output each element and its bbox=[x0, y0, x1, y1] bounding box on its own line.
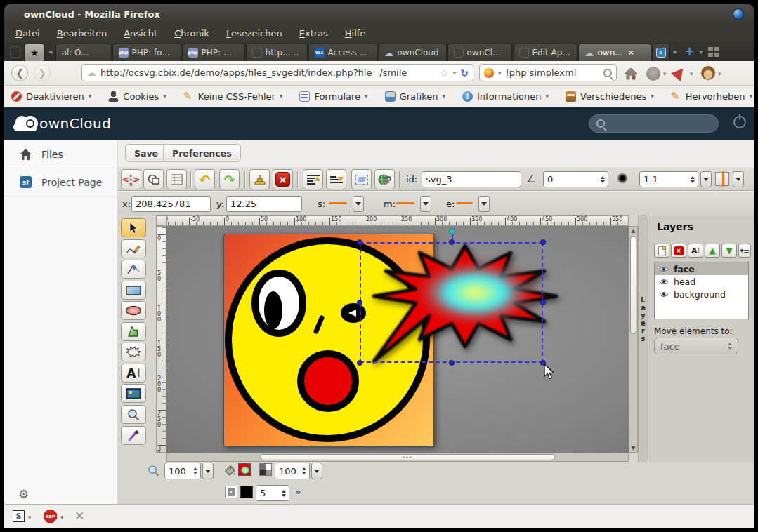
devbar-item-person[interactable]: Cookies▾ bbox=[108, 91, 166, 102]
eye-visibility-icon[interactable] bbox=[659, 291, 669, 298]
forward-button[interactable]: ❯ bbox=[34, 65, 51, 81]
x-input[interactable]: 208.425781 bbox=[131, 196, 211, 212]
layer-down-button[interactable]: ▼ bbox=[721, 244, 737, 258]
stroke-width-input[interactable]: 5 bbox=[256, 485, 289, 501]
home-icon[interactable] bbox=[624, 67, 638, 80]
addon-plane-dropdown-icon[interactable]: ▾ bbox=[690, 70, 693, 77]
rectangle-tool[interactable] bbox=[121, 281, 146, 300]
fill-color-swatch[interactable] bbox=[238, 463, 251, 476]
canvas-vscrollbar[interactable]: ▲ ▼ bbox=[629, 226, 638, 453]
devbar-item-image[interactable]: Grafiken▾ bbox=[385, 91, 445, 102]
blur-dropdown[interactable] bbox=[700, 171, 712, 187]
marker-end-dropdown[interactable] bbox=[478, 196, 490, 212]
bookmark-star-icon[interactable]: ☆ bbox=[440, 67, 449, 79]
eyedropper-tool[interactable] bbox=[121, 426, 146, 445]
noscript-dropdown-icon[interactable]: ▾ bbox=[28, 514, 32, 521]
new-layer-button[interactable] bbox=[654, 244, 669, 258]
make-link-button[interactable] bbox=[374, 169, 395, 189]
selection-handle-nw[interactable] bbox=[357, 239, 362, 245]
eye-visibility-icon[interactable] bbox=[659, 279, 669, 285]
menu-item-chronik[interactable]: Chronik bbox=[174, 28, 209, 39]
sidebar-item-project-page[interactable]: sf Project Page bbox=[4, 168, 117, 197]
marker-mid-dropdown[interactable] bbox=[420, 196, 431, 212]
search-bar[interactable]: ▾ !php simplexml bbox=[479, 64, 617, 81]
stroke-width-spinner[interactable] bbox=[280, 486, 287, 500]
selection-handle-ne[interactable] bbox=[540, 239, 546, 245]
tab-close-icon[interactable]: ✕ bbox=[628, 48, 634, 58]
url-bar[interactable]: ☁ http://ocsvg.cbix.de/demo/apps/files_s… bbox=[81, 64, 473, 81]
blur-spinner[interactable] bbox=[688, 172, 696, 187]
browser-tab[interactable]: ☁own...✕ bbox=[578, 44, 651, 61]
layer-row-face[interactable]: face bbox=[655, 262, 748, 275]
browser-tab[interactable]: W3Access ... bbox=[308, 44, 377, 61]
hscroll-thumb[interactable]: ••• bbox=[260, 454, 555, 460]
stroke-color-swatch[interactable] bbox=[240, 486, 253, 498]
opacity-input[interactable]: 100 bbox=[275, 463, 310, 479]
tab-placeholder-icon[interactable] bbox=[10, 46, 21, 58]
path-tool[interactable] bbox=[121, 322, 146, 341]
menu-item-datei[interactable]: Datei bbox=[15, 28, 40, 39]
logout-power-icon[interactable] bbox=[733, 116, 746, 128]
menu-item-hilfe[interactable]: Hilfe bbox=[345, 28, 366, 39]
text-tool[interactable]: A I bbox=[121, 364, 146, 383]
menu-item-ansicht[interactable]: Ansicht bbox=[124, 28, 157, 39]
selection-bounding-box[interactable] bbox=[360, 242, 543, 363]
noscript-icon[interactable]: S bbox=[13, 510, 25, 522]
addon-monkey-icon[interactable] bbox=[701, 66, 715, 80]
selection-handle-w[interactable] bbox=[357, 300, 362, 305]
devbar-item-box[interactable]: Verschiedenes▾ bbox=[566, 91, 654, 102]
back-button[interactable]: ❮ bbox=[11, 65, 28, 81]
pencil-tool[interactable] bbox=[121, 239, 146, 258]
sidebar-item-files[interactable]: Files bbox=[4, 140, 117, 168]
browser-tab[interactable]: http...php bbox=[246, 44, 308, 61]
tab-groups-icon[interactable] bbox=[708, 47, 719, 57]
selection-handle-s[interactable] bbox=[449, 360, 455, 366]
zoom-tool[interactable] bbox=[121, 405, 146, 424]
element-id-input[interactable]: svg_3 bbox=[422, 171, 521, 187]
marker-start-dropdown[interactable] bbox=[353, 196, 364, 212]
new-tab-button[interactable]: + bbox=[684, 44, 695, 58]
clone-button[interactable] bbox=[249, 169, 270, 189]
url-text[interactable]: http://ocsvg.cbix.de/demo/apps/files_svg… bbox=[100, 67, 436, 78]
browser-tab[interactable]: ☁ownCloud bbox=[378, 44, 447, 61]
vscroll-down-icon[interactable]: ▼ bbox=[629, 445, 637, 451]
rename-layer-button[interactable]: AI bbox=[688, 244, 703, 258]
bookmark-star-tab[interactable]: ★ bbox=[24, 44, 45, 61]
save-button[interactable]: Save bbox=[125, 144, 167, 162]
browser-tab[interactable]: al: O... bbox=[55, 44, 112, 61]
delete-layer-button[interactable]: × bbox=[671, 244, 686, 258]
shape-library-tool[interactable] bbox=[121, 343, 146, 361]
edit-source-button[interactable]: <svg> bbox=[121, 169, 141, 189]
layer-row-background[interactable]: background bbox=[655, 288, 748, 300]
canvas-hscrollbar[interactable]: ••• bbox=[166, 453, 629, 462]
rotation-handle[interactable] bbox=[449, 228, 455, 234]
align-dropdown[interactable] bbox=[733, 171, 744, 187]
y-input[interactable]: 12.25 bbox=[226, 196, 302, 212]
line-tool[interactable] bbox=[121, 260, 146, 279]
devbar-item-pencil[interactable]: Keine CSS-Fehler▾ bbox=[183, 91, 283, 102]
preferences-button[interactable]: Preferences bbox=[163, 144, 241, 162]
vscroll-thumb[interactable] bbox=[630, 236, 636, 334]
layer-row-head[interactable]: head bbox=[655, 275, 748, 288]
browser-tab[interactable]: phpPHP: fo... bbox=[112, 44, 181, 61]
zoom-dropdown[interactable] bbox=[202, 463, 214, 479]
selection-handle-sw[interactable] bbox=[357, 360, 362, 366]
menu-item-lesezeichen[interactable]: Lesezeichen bbox=[226, 28, 282, 39]
document-properties-button[interactable] bbox=[143, 169, 164, 189]
reload-icon[interactable]: ↻ bbox=[460, 67, 469, 79]
selection-handle-e[interactable] bbox=[540, 300, 546, 305]
vscroll-up-icon[interactable]: ▲ bbox=[629, 227, 637, 234]
angle-input[interactable]: 0 bbox=[543, 171, 608, 187]
select-tool[interactable] bbox=[121, 218, 146, 237]
adblock-icon[interactable]: ABP bbox=[44, 510, 57, 523]
image-tool[interactable] bbox=[121, 384, 146, 403]
devbar-item-noentry[interactable]: Deaktivieren▾ bbox=[11, 91, 91, 102]
redo-button[interactable]: ↷ bbox=[219, 169, 240, 189]
delete-button[interactable]: × bbox=[273, 169, 293, 189]
opacity-spinner[interactable] bbox=[300, 463, 308, 479]
list-all-tabs-icon[interactable]: ▾ bbox=[699, 48, 703, 55]
more-options-button[interactable]: » bbox=[295, 486, 301, 497]
move-to-top-button[interactable] bbox=[303, 169, 323, 189]
browser-tab[interactable]: phpPHP: m... bbox=[182, 44, 245, 61]
window-menu-orb-icon[interactable] bbox=[733, 8, 744, 20]
